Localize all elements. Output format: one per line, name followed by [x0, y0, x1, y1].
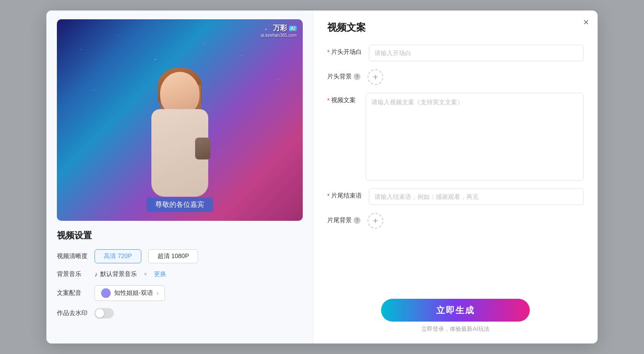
avatar-figure [123, 63, 237, 221]
ending-bg-label: 片尾背景 ? [327, 213, 360, 224]
opening-row: * 片头开场白 [327, 45, 584, 61]
header-bg-add-button[interactable]: + [368, 69, 383, 85]
script-required-star: * [327, 97, 329, 104]
opening-input[interactable] [369, 45, 584, 61]
opening-label: * 片头开场白 [327, 45, 362, 56]
watermark-ai-badge: AI [289, 26, 297, 31]
music-tag: ♪ 默认背景音乐 [94, 270, 137, 278]
quality-1080p-button[interactable]: 超清 1080P [148, 249, 198, 263]
generate-button[interactable]: 立即生成 [381, 299, 530, 322]
script-label-text: 视频文案 [331, 96, 356, 104]
voice-name: 知性姐姐-双语 [114, 289, 153, 297]
ending-row: * 片尾结束语 [327, 188, 584, 205]
watermark-brand: 万彩 [273, 24, 287, 33]
music-row: 背景音乐 ♪ 默认背景音乐 × 更换 [57, 270, 302, 278]
clarity-row: 视频清晰度 高清 720P 超清 1080P [57, 249, 302, 263]
ending-required-star: * [327, 192, 329, 199]
music-change-button[interactable]: 更换 [154, 270, 166, 278]
watermark-toggle[interactable] [94, 308, 114, 319]
header-bg-help-icon[interactable]: ? [354, 73, 360, 80]
header-bg-label: 片头背景 ? [327, 69, 360, 81]
watermark-row: 作品去水印 [57, 308, 302, 319]
ending-bg-row: 片尾背景 ? + [327, 213, 584, 229]
ending-bg-add-button[interactable]: + [368, 213, 383, 229]
music-name: 默认背景音乐 [100, 270, 137, 278]
modal: × 万彩 AI ai.keehan365.com [46, 11, 598, 343]
modal-overlay: × 万彩 AI ai.keehan365.com [0, 0, 644, 354]
generate-hint: 立即登录，体验最新AI玩法 [421, 325, 489, 333]
opening-label-text: 片头开场白 [331, 48, 362, 56]
voice-selector[interactable]: 知性姐姐-双语 › [94, 285, 165, 301]
watermark-url: ai.keehan365.com [261, 33, 297, 38]
voice-row: 文案配音 知性姐姐-双语 › [57, 285, 302, 301]
script-textarea[interactable] [366, 93, 584, 181]
avatar-bag [195, 138, 210, 159]
generate-section: 立即生成 立即登录，体验最新AI玩法 [327, 299, 584, 333]
video-background: 万彩 AI ai.keehan365.com [57, 19, 303, 221]
ending-label: * 片尾结束语 [327, 188, 362, 200]
script-label: * 视频文案 [327, 93, 359, 104]
ending-input[interactable] [369, 188, 584, 205]
clarity-label: 视频清晰度 [57, 252, 88, 260]
watermark: 万彩 AI ai.keehan365.com [261, 24, 297, 38]
right-panel: 视频文案 * 片头开场白 片头背景 ? + * [313, 11, 598, 343]
chevron-right-icon: › [157, 290, 159, 297]
settings-section: 视频设置 视频清晰度 高清 720P 超清 1080P 背景音乐 ♪ 默认背景音… [57, 230, 302, 333]
settings-title: 视频设置 [57, 230, 302, 241]
ending-label-text: 片尾结束语 [331, 192, 362, 200]
opening-required-star: * [327, 49, 329, 56]
toggle-knob [95, 309, 104, 318]
subtitle-bar: 尊敬的各位嘉宾 [147, 198, 213, 212]
left-panel: 万彩 AI ai.keehan365.com [46, 11, 313, 343]
close-button[interactable]: × [583, 18, 589, 27]
panel-title: 视频文案 [327, 21, 584, 34]
ending-bg-help-icon[interactable]: ? [354, 217, 360, 224]
ending-bg-label-text: 片尾背景 [327, 216, 352, 224]
header-bg-label-text: 片头背景 [327, 73, 352, 81]
music-remove-button[interactable]: × [144, 271, 147, 277]
subtitle-text: 尊敬的各位嘉宾 [155, 201, 204, 208]
voice-avatar [101, 288, 111, 298]
watermark-label: 作品去水印 [57, 309, 88, 317]
quality-720p-button[interactable]: 高清 720P [94, 249, 141, 263]
music-label: 背景音乐 [57, 270, 88, 278]
music-icon: ♪ [94, 271, 98, 278]
header-bg-row: 片头背景 ? + [327, 69, 584, 85]
video-preview: 万彩 AI ai.keehan365.com [57, 19, 303, 221]
voice-label: 文案配音 [57, 289, 88, 297]
script-row: * 视频文案 [327, 93, 584, 181]
